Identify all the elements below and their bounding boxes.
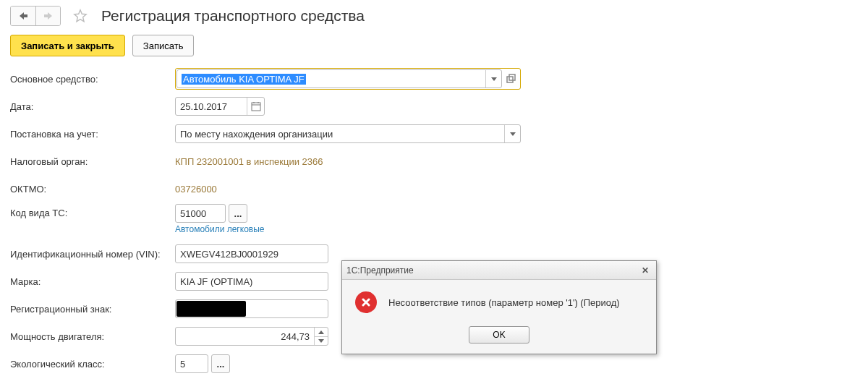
svg-rect-2 [252, 103, 260, 111]
oktmo-label: ОКТМО: [10, 184, 175, 195]
tax-authority-value: КПП 232001001 в инспекции 2366 [175, 156, 323, 167]
save-close-button[interactable]: Записать и закрыть [10, 35, 125, 56]
eco-class-label: Экологический класс: [10, 359, 175, 370]
brand-label: Марка: [10, 276, 175, 287]
ts-code-label: Код вида ТС: [10, 204, 175, 218]
power-spinner [314, 328, 328, 345]
tax-authority-label: Налоговый орган: [10, 156, 175, 167]
registration-label: Постановка на учет: [10, 129, 175, 140]
eco-class-input[interactable]: 5 [180, 359, 203, 370]
date-input[interactable]: 25.10.2017 [180, 101, 247, 112]
power-spin-down[interactable] [315, 336, 328, 345]
eco-class-picker-button[interactable]: ... [211, 354, 230, 373]
oktmo-value: 03726000 [175, 184, 217, 195]
reg-plate-label: Регистрационный знак: [10, 304, 175, 315]
error-dialog: 1С:Предприятие ✕ Несоответствие типов (п… [341, 260, 657, 354]
power-label: Мощность двигателя: [10, 331, 175, 342]
dialog-message: Несоответствие типов (параметр номер '1'… [388, 297, 620, 308]
ts-code-input[interactable]: 51000 [180, 208, 221, 219]
asset-label: Основное средство: [10, 74, 175, 85]
ts-code-picker-button[interactable]: ... [229, 204, 247, 223]
favorite-star-icon[interactable] [71, 7, 90, 25]
error-icon [355, 291, 377, 313]
power-input[interactable]: 244,73 [180, 331, 314, 342]
dialog-ok-button[interactable]: OK [469, 326, 529, 344]
power-spin-up[interactable] [315, 328, 328, 336]
page-title: Регистрация транспортного средства [101, 7, 365, 25]
date-calendar-button[interactable] [247, 98, 264, 115]
dialog-close-button[interactable]: ✕ [639, 264, 652, 277]
asset-dropdown-button[interactable] [485, 70, 501, 88]
save-button[interactable]: Записать [132, 35, 195, 56]
ts-code-hint: Автомобили легковые [175, 224, 264, 234]
asset-open-button[interactable] [502, 70, 519, 88]
brand-input[interactable]: KIA JF (OPTIMA) [180, 276, 323, 287]
nav-buttons [10, 6, 61, 26]
svg-rect-0 [507, 77, 513, 82]
registration-dropdown-button[interactable] [504, 125, 520, 142]
registration-input[interactable]: По месту нахождения организации [180, 129, 504, 140]
reg-plate-redacted [176, 301, 246, 317]
dialog-title: 1С:Предприятие [346, 265, 414, 276]
asset-input[interactable]: Автомобиль KIA ОРТIMA JF [182, 74, 306, 85]
nav-forward-button[interactable] [35, 7, 60, 25]
date-label: Дата: [10, 101, 175, 112]
vin-label: Идентификационный номер (VIN): [10, 249, 175, 260]
vin-input[interactable]: XWEGV412BJ0001929 [180, 249, 323, 260]
svg-rect-1 [509, 74, 515, 80]
nav-back-button[interactable] [11, 7, 35, 25]
